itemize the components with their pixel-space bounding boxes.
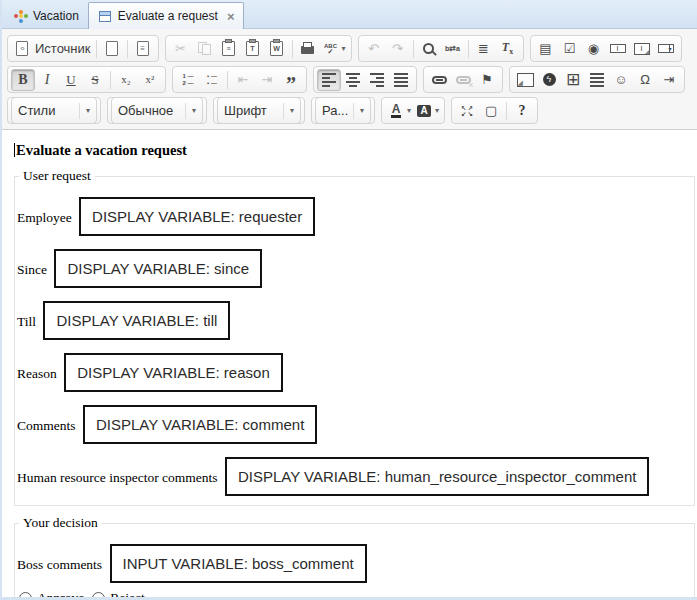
paste-button[interactable]: ≡ <box>217 38 241 60</box>
align-justify-button[interactable] <box>389 69 413 91</box>
variable-box[interactable]: DISPLAY VARIABLE: human_resource_inspect… <box>225 457 650 496</box>
table-button[interactable]: ⊞ <box>561 69 585 91</box>
text-field-icon: I <box>609 40 627 58</box>
paste-word-button[interactable]: W <box>265 38 289 60</box>
blockquote-icon: ” <box>282 71 300 89</box>
blockquote-button[interactable]: ” <box>279 69 303 91</box>
radio-option-reject[interactable]: Reject <box>92 590 144 597</box>
horizontal-rule-button[interactable] <box>585 69 609 91</box>
bold-icon: B <box>14 71 32 89</box>
strikethrough-icon: S <box>86 71 104 89</box>
radio-field-button[interactable]: ◉ <box>582 38 606 60</box>
flash-button[interactable]: ϟ <box>537 69 561 91</box>
numbered-list-icon: 1 —2 — <box>179 71 197 89</box>
numbered-list-button[interactable]: 1 —2 — <box>176 69 200 91</box>
align-right-button[interactable] <box>365 69 389 91</box>
editor-content-area[interactable]: Evaluate a vacation request User request… <box>2 130 697 597</box>
variable-box[interactable]: DISPLAY VARIABLE: requester <box>79 197 315 236</box>
radio-option-approve[interactable]: Approve <box>19 590 84 597</box>
print-button[interactable] <box>296 38 320 60</box>
separator <box>110 71 111 89</box>
variable-row: Reason DISPLAY VARIABLE: reason <box>17 353 690 392</box>
format-combo[interactable]: Обычное▾ <box>111 97 203 124</box>
bg-color-icon: A <box>415 102 433 120</box>
toolbar-group: Шрифт▾ <box>213 97 305 124</box>
image-icon: ◢ <box>516 71 534 89</box>
paste-icon: ≡ <box>220 40 238 58</box>
special-char-button[interactable]: Ω <box>633 69 657 91</box>
undo-button: ↶ <box>362 38 386 60</box>
chevron-down-icon: ▾ <box>435 106 439 115</box>
bulleted-list-icon: • —• — <box>203 71 221 89</box>
variable-box[interactable]: DISPLAY VARIABLE: since <box>54 249 262 288</box>
paste-text-button[interactable]: T <box>241 38 265 60</box>
about-button[interactable]: ? <box>510 100 534 122</box>
checkbox-button[interactable]: ☑ <box>558 38 582 60</box>
image-button[interactable]: ◢ <box>513 69 537 91</box>
anchor-icon: ⚑ <box>478 71 496 89</box>
field-label: Till <box>17 314 36 329</box>
subscript-button[interactable]: x₂ <box>114 69 138 91</box>
text-color-button[interactable]: A▾ <box>385 100 413 122</box>
tab-evaluate-a-request[interactable]: Evaluate a request× <box>88 2 245 29</box>
unlink-button <box>451 69 475 91</box>
group-legend: User request <box>19 168 95 184</box>
close-icon[interactable]: × <box>227 10 235 23</box>
superscript-icon: x² <box>141 71 159 89</box>
align-left-button[interactable] <box>317 69 341 91</box>
cut-icon: ✂ <box>172 40 190 58</box>
toolbar-row-1: ‹›Источник≡✂≡TWABC✓▾↶↷b⇄a≣Tx▤☑◉II▾ <box>7 35 692 62</box>
bulleted-list-button[interactable]: • —• — <box>200 69 224 91</box>
group-user-request: User requestEmployee DISPLAY VARIABLE: r… <box>14 168 695 506</box>
textarea-button[interactable]: I <box>630 38 654 60</box>
text-field-button[interactable]: I <box>606 38 630 60</box>
page-break-button[interactable]: ⇥ <box>657 69 681 91</box>
replace-button[interactable]: b⇄a <box>441 38 465 60</box>
separator <box>292 40 293 58</box>
variable-box[interactable]: DISPLAY VARIABLE: comment <box>83 405 317 444</box>
underline-icon: U <box>62 71 80 89</box>
variable-box[interactable]: INPUT VARIABLE: boss_comment <box>110 544 367 583</box>
superscript-button[interactable]: x² <box>138 69 162 91</box>
radio-label: Reject <box>110 590 144 597</box>
separator <box>185 103 186 119</box>
radio-button-icon[interactable] <box>92 592 105 598</box>
new-page-button[interactable] <box>100 38 124 60</box>
templates-button[interactable]: ≡ <box>131 38 155 60</box>
select-all-button[interactable]: ≣ <box>472 38 496 60</box>
form-button[interactable]: ▤ <box>534 38 558 60</box>
toolbar: ‹›Источник≡✂≡TWABC✓▾↶↷b⇄a≣Tx▤☑◉II▾BIUSx₂… <box>2 29 697 130</box>
copy-button <box>193 38 217 60</box>
separator <box>506 102 507 120</box>
align-center-button[interactable] <box>341 69 365 91</box>
variable-box[interactable]: DISPLAY VARIABLE: till <box>43 301 230 340</box>
show-blocks-button[interactable]: ▢ <box>479 100 503 122</box>
find-button[interactable] <box>417 38 441 60</box>
radio-button-icon[interactable] <box>19 592 32 598</box>
combo-label: Шрифт <box>224 103 267 118</box>
bold-button[interactable]: B <box>11 69 35 91</box>
bg-color-button[interactable]: A▾ <box>413 100 441 122</box>
remove-format-icon: Tx <box>499 40 517 58</box>
maximize-button[interactable]: ↖↗↙↘ <box>455 100 479 122</box>
underline-button[interactable]: U <box>59 69 83 91</box>
tab-vacation[interactable]: Vacation <box>4 3 88 28</box>
size-combo[interactable]: Ра...▾ <box>315 97 371 124</box>
link-button[interactable] <box>427 69 451 91</box>
toolbar-group: ↶↷b⇄a≣Tx <box>358 35 524 62</box>
source-button[interactable]: ‹›Источник <box>11 38 93 60</box>
replace-icon: b⇄a <box>444 40 462 58</box>
styles-combo[interactable]: Стили▾ <box>11 97 97 124</box>
strikethrough-button[interactable]: S <box>83 69 107 91</box>
font-combo[interactable]: Шрифт▾ <box>217 97 301 124</box>
select-field-button[interactable]: ▾ <box>654 38 678 60</box>
anchor-button[interactable]: ⚑ <box>475 69 499 91</box>
decision-radios: ApproveReject <box>19 590 690 597</box>
remove-format-button[interactable]: Tx <box>496 38 520 60</box>
variable-box[interactable]: DISPLAY VARIABLE: reason <box>64 353 283 392</box>
smiley-button[interactable]: ☺ <box>609 69 633 91</box>
italic-button[interactable]: I <box>35 69 59 91</box>
cut-button: ✂ <box>169 38 193 60</box>
spellcheck-button[interactable]: ABC✓▾ <box>320 38 348 60</box>
select-field-icon: ▾ <box>657 40 675 58</box>
